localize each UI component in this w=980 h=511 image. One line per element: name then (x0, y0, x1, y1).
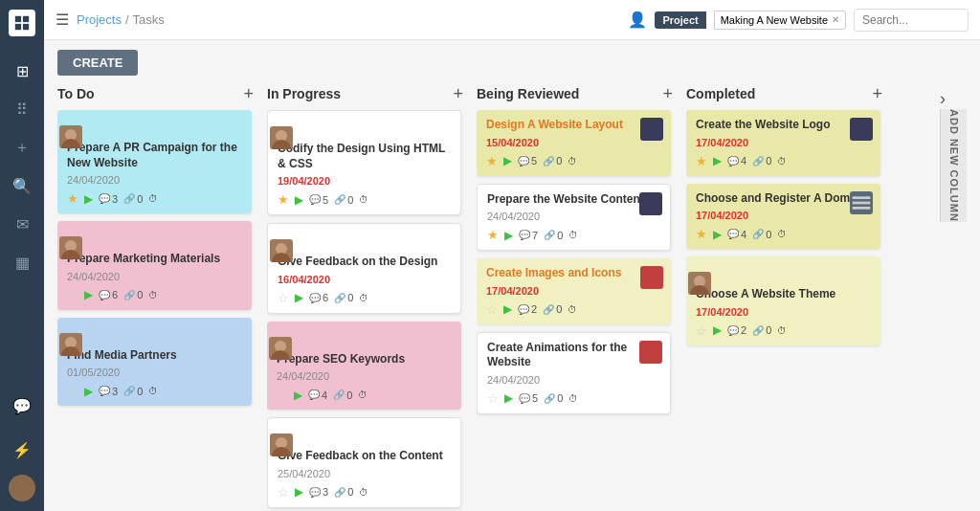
play-c9[interactable]: ▶ (504, 229, 513, 242)
attach-c5: 🔗0 (334, 292, 353, 303)
play-c6[interactable]: ▶ (294, 389, 302, 402)
comments-c1: 💬3 (99, 193, 118, 205)
card-footer-c14: ☆ ▶ 💬2 🔗0 ⏱ (696, 323, 871, 338)
chat-icon[interactable]: 💬 (7, 390, 37, 421)
star-c5[interactable]: ☆ (278, 291, 289, 305)
star-c13[interactable]: ★ (696, 227, 707, 241)
topbar-right: 👤 Project Making A New Website ✕ (628, 9, 969, 32)
search-input[interactable] (854, 9, 969, 32)
time-c13: ⏱ (777, 229, 787, 239)
board-right-controls: › ADD NEW COLUMN (940, 85, 967, 511)
svg-rect-0 (15, 16, 21, 22)
star-c6[interactable]: ☆ (277, 388, 288, 402)
add-new-column-button[interactable]: ADD NEW COLUMN (940, 109, 967, 222)
menu-icon[interactable]: ☰ (56, 11, 69, 29)
play-c4[interactable]: ▶ (295, 193, 303, 207)
star-c3[interactable]: ☆ (67, 384, 78, 398)
card-title-c7: Give Feedback on the Content (278, 449, 451, 464)
card-avatar-c1 (59, 125, 82, 148)
star-c9[interactable]: ★ (487, 228, 499, 242)
play-c13[interactable]: ▶ (713, 228, 722, 241)
card-c5: Give Feedback on the Design 16/04/2020 ☆… (267, 223, 461, 314)
column-header-completed: Completed + (686, 85, 882, 102)
add-card-todo[interactable]: + (243, 85, 254, 102)
grid-icon[interactable]: ⊞ (7, 56, 37, 86)
card-avatar-c7 (270, 433, 293, 456)
card-c4: Codify the Design Using HTML & CSS 19/04… (267, 110, 461, 215)
comments-c2: 💬6 (99, 289, 118, 300)
card-date-c7: 25/04/2020 (278, 468, 451, 479)
add-card-reviewed[interactable]: + (662, 85, 673, 102)
card-avatar-c11 (639, 341, 662, 364)
plus-icon[interactable]: ＋ (7, 132, 37, 163)
card-footer-c13: ★ ▶ 💬4 🔗0 ⏱ (696, 227, 871, 241)
card-date-c11: 24/04/2020 (487, 374, 660, 386)
calendar-icon[interactable]: ▦ (7, 247, 37, 278)
play-c11[interactable]: ▶ (504, 391, 513, 405)
star-c4[interactable]: ★ (278, 192, 289, 207)
star-c7[interactable]: ☆ (278, 485, 289, 500)
play-c7[interactable]: ▶ (295, 485, 303, 499)
card-footer-c4: ★ ▶ 💬5 🔗0 ⏱ (278, 192, 451, 207)
star-c8[interactable]: ★ (486, 154, 498, 168)
card-c9: Prepare the Website Content 24/04/2020 ★… (477, 184, 671, 252)
bolt-icon[interactable]: ⚡ (7, 434, 37, 465)
mail-icon[interactable]: ✉ (7, 209, 37, 239)
star-c12[interactable]: ★ (696, 154, 707, 168)
add-card-inprogress[interactable]: + (453, 85, 463, 102)
card-footer-c7: ☆ ▶ 💬3 🔗0 ⏱ (278, 485, 451, 500)
tag-close-icon[interactable]: ✕ (832, 14, 839, 25)
main-area: ☰ Projects / Tasks 👤 Project Making A Ne… (44, 0, 980, 511)
column-cards-completed: Create the Website Logo 17/04/2020 ★ ▶ 💬… (686, 110, 882, 511)
star-c1[interactable]: ★ (67, 191, 78, 206)
play-c10[interactable]: ▶ (503, 302, 512, 316)
attach-c7: 🔗0 (334, 486, 353, 498)
search-icon[interactable]: 🔍 (7, 170, 37, 201)
attach-c8: 🔗0 (543, 155, 562, 167)
star-c10[interactable]: ☆ (486, 302, 498, 317)
card-title-c11: Create Animations for the Website (487, 341, 660, 370)
star-c2[interactable]: ☆ (67, 288, 78, 302)
attach-c4: 🔗0 (334, 194, 353, 206)
play-c3[interactable]: ▶ (84, 385, 93, 398)
card-title-c12: Create the Website Logo (696, 118, 871, 133)
card-date-c8: 15/04/2020 (486, 137, 661, 148)
star-c14[interactable]: ☆ (696, 323, 707, 338)
play-c14[interactable]: ▶ (713, 323, 722, 337)
user-avatar[interactable] (9, 475, 35, 501)
column-cards-inprogress: Codify the Design Using HTML & CSS 19/04… (267, 110, 463, 511)
time-c8: ⏱ (568, 156, 577, 167)
attach-c11: 🔗0 (544, 392, 563, 404)
chevron-right-icon[interactable]: › (940, 85, 963, 109)
card-footer-c9: ★ ▶ 💬7 🔗0 ⏱ (487, 228, 660, 242)
card-date-c6: 24/04/2020 (277, 370, 452, 382)
create-button[interactable]: CREATE (57, 50, 138, 76)
svg-rect-4 (853, 196, 871, 199)
time-c9: ⏱ (568, 230, 578, 240)
board: To Do + Prepare A PR Campaign for the Ne… (57, 85, 940, 511)
card-date-c4: 19/04/2020 (278, 175, 451, 187)
breadcrumb-current: Tasks (133, 12, 165, 27)
card-title-c8: Design A Website Layout (486, 118, 661, 133)
card-avatar-c13 (850, 191, 873, 214)
attach-c3: 🔗0 (123, 386, 143, 397)
attach-c14: 🔗0 (752, 324, 771, 336)
play-c8[interactable]: ▶ (503, 154, 512, 167)
play-c12[interactable]: ▶ (713, 154, 722, 167)
play-c5[interactable]: ▶ (295, 291, 303, 304)
card-footer-c3: ☆ ▶ 💬3 🔗0 ⏱ (67, 384, 242, 398)
card-date-c5: 16/04/2020 (278, 274, 451, 285)
comments-c7: 💬3 (309, 486, 328, 498)
logo[interactable] (9, 10, 35, 36)
card-avatar-c5 (270, 239, 293, 262)
add-card-completed[interactable]: + (872, 85, 882, 102)
play-c1[interactable]: ▶ (84, 192, 93, 206)
apps-icon[interactable]: ⠿ (7, 94, 37, 124)
star-c11[interactable]: ☆ (487, 391, 499, 406)
card-avatar-c9 (639, 192, 662, 215)
card-date-c9: 24/04/2020 (487, 211, 660, 222)
breadcrumb-projects[interactable]: Projects (77, 12, 122, 27)
topbar-user-icon[interactable]: 👤 (628, 11, 647, 29)
play-c2[interactable]: ▶ (84, 288, 93, 301)
column-header-todo: To Do + (57, 85, 254, 102)
